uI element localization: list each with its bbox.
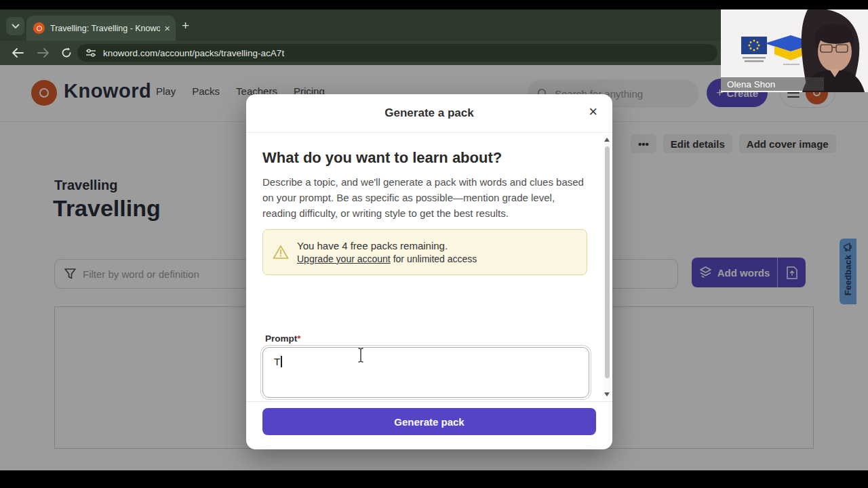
prompt-textarea[interactable]: T [262,347,589,398]
letterbox-bottom [0,470,868,488]
screen: Travelling: Travelling - Knoword × + [0,0,868,488]
forward-button[interactable] [35,45,52,61]
close-icon[interactable]: × [589,104,597,119]
chevron-down-icon [12,24,20,29]
scroll-up-icon[interactable] [604,138,610,142]
new-tab-button[interactable]: + [182,18,189,33]
knoword-favicon-icon [33,22,45,34]
url-text: knoword.com/account/packs/travelling-acA… [103,48,284,58]
generate-pack-button[interactable]: Generate pack [262,408,596,435]
site-settings-icon [85,48,96,58]
modal-description: Describe a topic, and we'll generate a p… [262,174,589,221]
modal-header: Generate a pack × [246,94,612,133]
scroll-down-icon[interactable] [604,392,610,396]
back-button[interactable] [9,45,26,61]
modal-title: Generate a pack [384,106,473,120]
scrollbar-thumb[interactable] [605,146,610,378]
modal-scrollbar[interactable] [604,134,610,400]
webcam-overlay: Olena Shon [721,9,868,92]
forward-arrow-icon [37,48,50,58]
prompt-label: Prompt* [265,333,301,344]
tab-search-button[interactable] [6,17,24,35]
required-asterisk: * [297,333,300,344]
warning-triangle-icon [273,245,289,260]
reload-button[interactable] [58,45,75,61]
modal-heading: What do you want to learn about? [262,149,502,167]
warning-text: You have 4 free packs remaining. Upgrade… [297,240,477,264]
warning-line1: You have 4 free packs remaining. [297,240,477,251]
tab-title: Travelling: Travelling - Knoword [50,24,160,33]
reload-icon [61,47,72,58]
text-caret [281,356,282,367]
url-bar[interactable]: knoword.com/account/packs/travelling-acA… [77,44,717,62]
ibeam-mouse-cursor [357,347,365,363]
browser-tab[interactable]: Travelling: Travelling - Knoword × [26,16,176,41]
warning-line2-rest: for unlimited access [391,253,477,264]
upgrade-account-link[interactable]: Upgrade your account [297,253,391,264]
prompt-value: T [274,356,280,367]
eu-flag-icon [741,37,767,54]
free-packs-warning: You have 4 free packs remaining. Upgrade… [262,229,587,275]
modal-footer: Generate pack [246,401,612,449]
generate-pack-modal: Generate a pack × What do you want to le… [246,94,612,449]
warning-line2: Upgrade your account for unlimited acces… [297,253,477,264]
modal-body: What do you want to learn about? Describ… [246,133,612,401]
back-arrow-icon [12,48,24,58]
webcam-name-label: Olena Shon [721,77,824,91]
tab-close-icon[interactable]: × [164,23,170,33]
